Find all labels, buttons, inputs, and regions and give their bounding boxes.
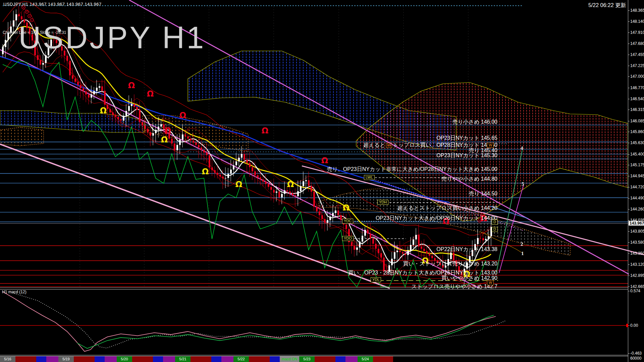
time-axis-segment[interactable] bbox=[15, 356, 36, 362]
candle[interactable] bbox=[482, 238, 484, 240]
candle[interactable] bbox=[222, 177, 224, 179]
time-axis-segment[interactable] bbox=[95, 356, 105, 362]
candle[interactable] bbox=[305, 180, 307, 181]
pane-separator[interactable] bbox=[0, 288, 628, 290]
candle[interactable] bbox=[69, 61, 71, 75]
candle[interactable] bbox=[72, 75, 73, 79]
candle[interactable] bbox=[198, 145, 200, 147]
candle[interactable] bbox=[286, 190, 288, 192]
candle[interactable] bbox=[155, 130, 157, 133]
candle[interactable] bbox=[187, 136, 189, 138]
time-axis-segment[interactable] bbox=[105, 356, 117, 362]
candle[interactable] bbox=[101, 86, 103, 90]
time-axis-segment[interactable] bbox=[345, 356, 358, 362]
candle[interactable] bbox=[244, 154, 245, 160]
candle[interactable] bbox=[319, 212, 320, 215]
candle[interactable] bbox=[268, 184, 269, 187]
candle[interactable] bbox=[120, 119, 122, 121]
candle[interactable] bbox=[115, 115, 116, 117]
candle[interactable] bbox=[77, 82, 79, 85]
candle[interactable] bbox=[91, 94, 92, 98]
candle[interactable] bbox=[193, 140, 194, 142]
candle[interactable] bbox=[233, 165, 234, 170]
candle[interactable] bbox=[300, 186, 302, 191]
candle[interactable] bbox=[160, 124, 162, 127]
time-axis-segment[interactable] bbox=[221, 356, 233, 362]
candle[interactable] bbox=[144, 125, 146, 129]
candle[interactable] bbox=[21, 16, 22, 19]
candle[interactable] bbox=[289, 191, 291, 193]
candle[interactable] bbox=[117, 117, 119, 119]
candle[interactable] bbox=[230, 170, 232, 174]
candle[interactable] bbox=[246, 160, 248, 163]
channel-line[interactable] bbox=[0, 144, 390, 288]
candle[interactable] bbox=[281, 194, 283, 197]
candle[interactable] bbox=[308, 180, 310, 186]
candle[interactable] bbox=[249, 163, 251, 167]
time-axis-date-label[interactable]: macd ON bbox=[280, 356, 299, 362]
candle[interactable] bbox=[45, 55, 47, 63]
time-axis-segment[interactable] bbox=[335, 356, 345, 362]
candle[interactable] bbox=[434, 258, 436, 260]
candle[interactable] bbox=[337, 210, 339, 215]
candle[interactable] bbox=[93, 91, 95, 94]
candle[interactable] bbox=[265, 182, 267, 184]
candle[interactable] bbox=[405, 254, 406, 255]
candle[interactable] bbox=[201, 147, 202, 150]
time-axis-date-label[interactable]: 5/19 bbox=[58, 356, 74, 362]
time-axis-segment[interactable] bbox=[373, 356, 393, 362]
candle[interactable] bbox=[335, 210, 336, 213]
candle[interactable] bbox=[488, 236, 489, 239]
candle[interactable] bbox=[85, 91, 87, 94]
candle[interactable] bbox=[370, 234, 371, 239]
candle[interactable] bbox=[418, 235, 420, 247]
candle[interactable] bbox=[235, 162, 237, 166]
candle[interactable] bbox=[203, 150, 205, 152]
candle[interactable] bbox=[329, 217, 331, 220]
time-axis-segment[interactable] bbox=[163, 356, 175, 362]
candle[interactable] bbox=[278, 191, 280, 197]
time-axis-date-label[interactable]: 5/22 bbox=[233, 356, 249, 362]
time-axis-segment[interactable] bbox=[191, 356, 211, 362]
candle[interactable] bbox=[260, 177, 261, 179]
candle[interactable] bbox=[182, 134, 183, 140]
candle[interactable] bbox=[429, 253, 430, 256]
candle[interactable] bbox=[152, 133, 154, 135]
candle[interactable] bbox=[321, 215, 323, 219]
candle[interactable] bbox=[485, 239, 487, 240]
time-axis-segment[interactable] bbox=[36, 356, 46, 362]
candle[interactable] bbox=[171, 139, 173, 143]
candle[interactable] bbox=[128, 106, 130, 111]
candle[interactable] bbox=[139, 110, 141, 122]
candle[interactable] bbox=[66, 56, 68, 61]
candle[interactable] bbox=[150, 132, 151, 135]
candle[interactable] bbox=[453, 253, 454, 260]
candle[interactable] bbox=[332, 213, 334, 217]
candle[interactable] bbox=[378, 249, 379, 253]
candle[interactable] bbox=[147, 129, 149, 132]
candle[interactable] bbox=[450, 253, 452, 259]
candle[interactable] bbox=[74, 79, 76, 82]
candle[interactable] bbox=[142, 122, 143, 125]
time-axis-segment[interactable] bbox=[211, 356, 221, 362]
candle[interactable] bbox=[292, 193, 293, 195]
candle[interactable] bbox=[184, 134, 186, 136]
candle[interactable] bbox=[413, 239, 414, 245]
candle[interactable] bbox=[294, 195, 296, 196]
candle[interactable] bbox=[383, 257, 385, 271]
candle[interactable] bbox=[364, 230, 366, 236]
candle[interactable] bbox=[372, 239, 374, 244]
candle[interactable] bbox=[354, 246, 355, 250]
candle[interactable] bbox=[345, 225, 347, 229]
candle[interactable] bbox=[340, 215, 342, 220]
candle[interactable] bbox=[257, 175, 259, 177]
candle[interactable] bbox=[211, 167, 213, 170]
candle[interactable] bbox=[158, 126, 159, 130]
time-axis-segment[interactable] bbox=[270, 356, 280, 362]
time-axis-segment[interactable] bbox=[153, 356, 163, 362]
candle[interactable] bbox=[15, 14, 17, 20]
candle[interactable] bbox=[276, 191, 277, 192]
candle[interactable] bbox=[80, 85, 82, 88]
price-axis[interactable]: 148.365148.140147.910147.680147.455147.2… bbox=[628, 0, 644, 362]
candle[interactable] bbox=[104, 91, 106, 105]
